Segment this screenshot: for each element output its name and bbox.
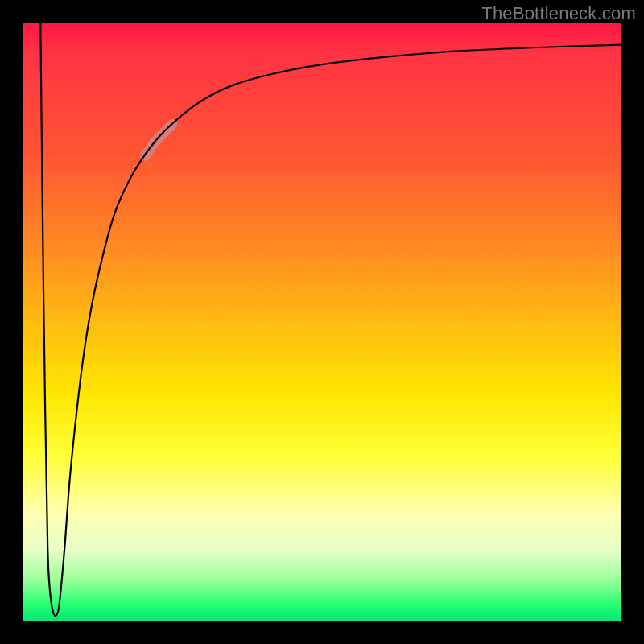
bottleneck-curve-path (40, 23, 621, 616)
curve-layer (23, 23, 621, 621)
bottleneck-chart: TheBottleneck.com (0, 0, 644, 644)
curve-highlight-segment (146, 124, 172, 155)
watermark-text: TheBottleneck.com (481, 3, 636, 24)
plot-area (23, 23, 621, 621)
